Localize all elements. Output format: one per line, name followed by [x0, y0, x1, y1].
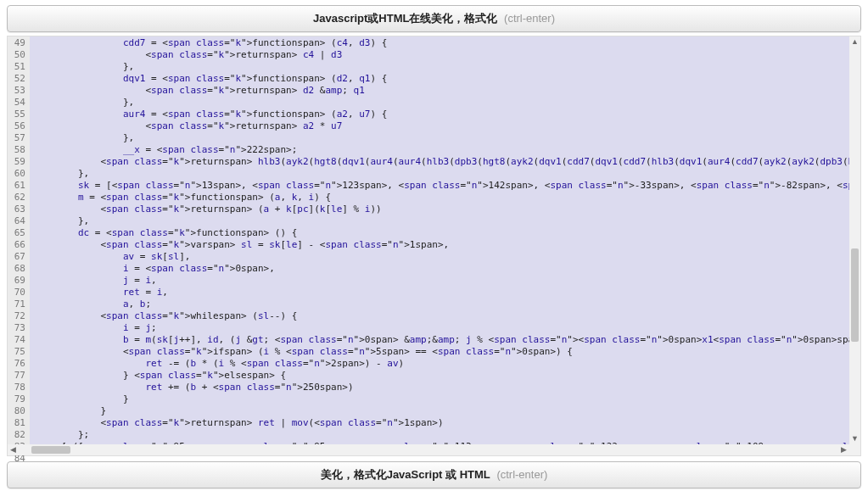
- scroll-right-icon[interactable]: ▶: [838, 444, 849, 455]
- top-button-label: Javascript或HTML在线美化，格式化: [313, 12, 497, 25]
- line-number-gutter: 4950515253545556575859606162636465666768…: [8, 36, 30, 444]
- scroll-up-icon[interactable]: ▲: [849, 36, 860, 47]
- code-content[interactable]: cdd7 = <span class="k">functionspan> (c4…: [30, 36, 849, 444]
- top-beautify-button[interactable]: Javascript或HTML在线美化，格式化 (ctrl-enter): [7, 5, 861, 32]
- horizontal-scrollbar[interactable]: ◀ ▶: [8, 444, 849, 455]
- scroll-left-icon[interactable]: ◀: [8, 444, 19, 455]
- bottom-button-label: 美化，格式化JavaScript 或 HTML: [321, 468, 490, 481]
- scroll-down-icon[interactable]: ▼: [849, 433, 860, 444]
- bottom-button-hint: (ctrl-enter): [496, 468, 547, 481]
- vertical-scroll-thumb[interactable]: [851, 248, 859, 342]
- code-editor[interactable]: 4950515253545556575859606162636465666768…: [7, 36, 861, 456]
- scroll-corner: [849, 444, 860, 455]
- top-button-hint: (ctrl-enter): [504, 12, 555, 25]
- vertical-scrollbar[interactable]: ▲ ▼: [849, 36, 860, 444]
- bottom-beautify-button[interactable]: 美化，格式化JavaScript 或 HTML (ctrl-enter): [7, 461, 861, 488]
- horizontal-scroll-thumb[interactable]: [31, 446, 70, 454]
